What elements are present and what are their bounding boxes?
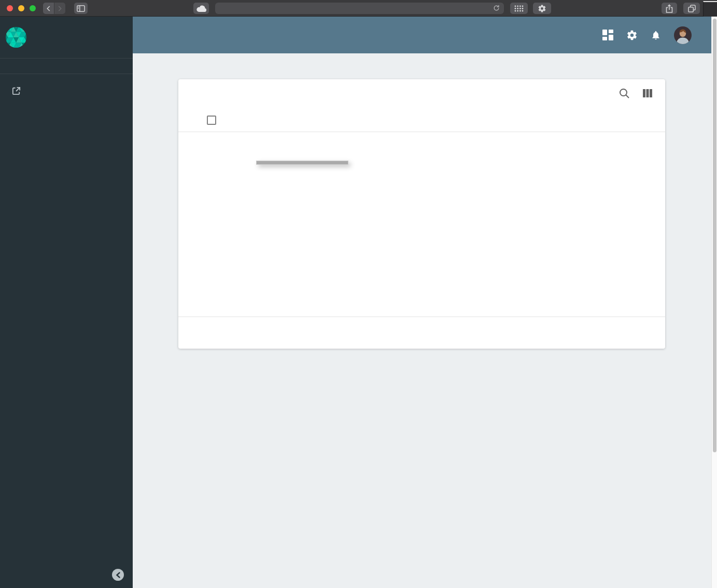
tab-overview-button[interactable] bbox=[683, 3, 700, 14]
back-icon bbox=[47, 6, 50, 11]
app-header bbox=[133, 17, 711, 53]
dashboard-icon[interactable] bbox=[602, 30, 613, 40]
close-window-icon[interactable] bbox=[7, 5, 13, 11]
icloud-button[interactable] bbox=[193, 3, 209, 14]
meshery-logo[interactable] bbox=[0, 17, 133, 59]
table-header-row bbox=[178, 109, 665, 132]
settings-gear-icon[interactable] bbox=[626, 30, 638, 41]
latency-histogram-chart[interactable] bbox=[178, 132, 665, 294]
chevron-left-icon bbox=[116, 572, 121, 578]
grid-button[interactable] bbox=[510, 3, 528, 14]
sidebar bbox=[0, 17, 133, 588]
browser-chrome bbox=[0, 0, 717, 17]
view-columns-icon[interactable] bbox=[642, 89, 653, 100]
search-icon[interactable] bbox=[618, 88, 630, 101]
main-content bbox=[133, 53, 711, 588]
share-button[interactable] bbox=[662, 3, 677, 14]
cloud-icon bbox=[196, 5, 206, 12]
results-card bbox=[178, 79, 665, 349]
share-icon bbox=[666, 4, 673, 13]
sidebar-divider bbox=[0, 74, 133, 74]
user-avatar[interactable] bbox=[674, 26, 692, 44]
grid-dots-icon bbox=[514, 5, 524, 12]
external-link-icon bbox=[11, 86, 21, 96]
back-button[interactable] bbox=[43, 3, 54, 14]
settings-extension-button[interactable] bbox=[533, 3, 551, 14]
tooltip-header bbox=[257, 161, 348, 164]
chart-tooltip bbox=[256, 161, 348, 165]
select-all-checkbox[interactable] bbox=[207, 116, 216, 125]
result-chart-panel bbox=[178, 132, 665, 317]
sidebar-nav bbox=[0, 59, 133, 64]
sidebar-toggle-icon bbox=[77, 5, 85, 12]
address-bar[interactable] bbox=[215, 3, 504, 14]
sidebar-item-community[interactable] bbox=[0, 81, 133, 101]
forward-icon bbox=[59, 6, 61, 11]
reload-icon[interactable] bbox=[493, 5, 500, 13]
sidebar-collapse-button[interactable] bbox=[112, 569, 124, 581]
sidebar-toggle-button[interactable] bbox=[74, 3, 88, 14]
minimize-window-icon[interactable] bbox=[18, 5, 24, 11]
page-scrollbar[interactable] bbox=[711, 17, 717, 588]
tabs-icon bbox=[688, 5, 696, 12]
meshery-logo-icon bbox=[5, 26, 27, 48]
gear-icon bbox=[538, 4, 546, 13]
notifications-bell-icon[interactable] bbox=[651, 30, 661, 41]
new-tab-button[interactable] bbox=[703, 1, 717, 17]
scrollbar-thumb[interactable] bbox=[713, 19, 716, 452]
forward-button[interactable] bbox=[54, 3, 65, 14]
zoom-window-icon[interactable] bbox=[30, 5, 36, 11]
